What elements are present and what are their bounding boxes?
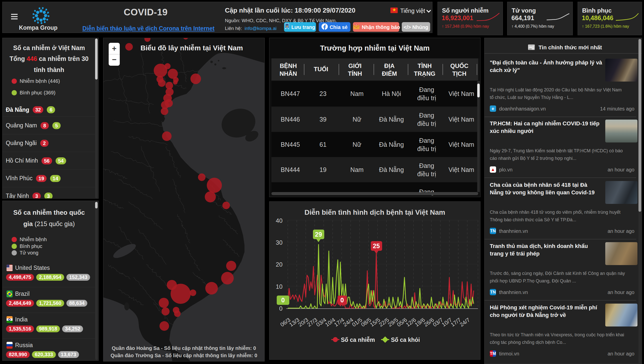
svg-text:20: 20 [276,261,283,268]
svg-text:30: 30 [276,239,283,246]
svg-text:Số ca khỏi: Số ca khỏi [391,337,420,343]
svg-text:40: 40 [276,217,283,224]
svg-text:!: ! [356,24,357,26]
svg-text:10: 10 [276,283,283,290]
svg-text:0: 0 [281,297,285,304]
svg-text:24/7: 24/7 [459,317,471,328]
svg-text:Diễn biến tình hình dịch bệnh: Diễn biến tình hình dịch bệnh tại Việt N… [304,208,445,216]
svg-text:Số ca nhiễm: Số ca nhiễm [341,336,375,343]
svg-text:★: ★ [286,25,288,28]
svg-text:29: 29 [315,231,322,238]
svg-text:25: 25 [373,242,380,249]
svg-text:0: 0 [279,305,283,312]
svg-text:0: 0 [340,297,344,304]
